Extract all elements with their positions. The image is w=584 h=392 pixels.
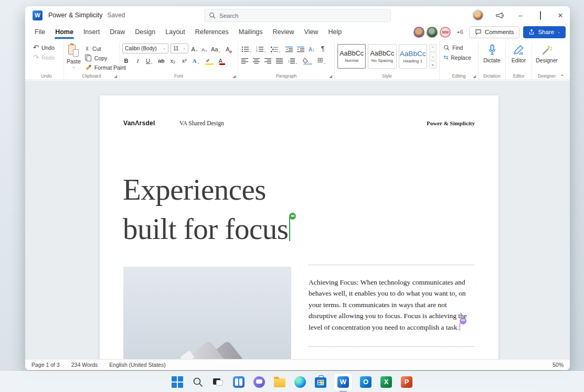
style-scroll-down[interactable]: ⌄ [429, 52, 437, 60]
share-button[interactable]: Share ⌄ [523, 26, 566, 38]
tab-home[interactable]: Home [54, 26, 75, 38]
taskbar-search-button[interactable] [191, 375, 205, 389]
document-heading[interactable]: Experiences built for focusMK [123, 170, 290, 248]
word-count[interactable]: 234 Words [71, 362, 98, 368]
show-formatting-button[interactable]: ¶ [319, 43, 327, 53]
page-indicator[interactable]: Page 1 of 3 [31, 362, 60, 368]
taskbar-excel-button[interactable]: X [379, 375, 393, 389]
tab-help[interactable]: Help [327, 26, 343, 38]
taskbar-edge-button[interactable] [293, 375, 307, 389]
language-indicator[interactable]: English (United States) [109, 362, 165, 368]
ribbon-group-dictation: Dictate Dictation [479, 41, 506, 80]
style-scroll-up[interactable]: ⌃ [429, 44, 437, 52]
font-color-button[interactable]: A ⌄ [218, 55, 226, 65]
underline-button[interactable]: U⌄ [145, 55, 154, 65]
document-canvas[interactable]: VanΛrsdel VA Shared Design Power & Simpl… [25, 81, 570, 359]
grow-font-button[interactable]: A˄ [190, 43, 198, 53]
collaborator-avatar-1[interactable] [413, 27, 424, 38]
borders-button[interactable]: ⊞⌄ [317, 55, 327, 65]
font-family-select[interactable]: Calibri (Body) ⌄ [122, 43, 168, 53]
multilevel-list-button[interactable]: ⌄ [270, 43, 282, 53]
save-status[interactable]: Saved [108, 12, 125, 19]
align-right-button[interactable] [264, 55, 272, 65]
tab-design[interactable]: Design [134, 26, 156, 38]
increase-indent-button[interactable] [296, 43, 305, 53]
taskbar-file-explorer-button[interactable] [273, 375, 286, 389]
document-image[interactable] [123, 267, 291, 359]
subscript-button[interactable]: x₂ [169, 55, 177, 65]
bullets-button[interactable]: ⌄ [241, 43, 252, 53]
tab-review[interactable]: Review [272, 26, 295, 38]
font-size-select[interactable]: 11 ⌄ [171, 43, 188, 53]
taskbar-task-view-button[interactable] [211, 375, 225, 389]
text-column[interactable]: Achieving Focus: When technology communi… [309, 265, 475, 347]
editor-button[interactable]: Editor [508, 42, 529, 63]
sort-button[interactable]: A↓ [308, 43, 316, 53]
line-spacing-button[interactable]: ↕ ⌄ [287, 55, 299, 65]
taskbar-outlook-button[interactable]: O [359, 375, 373, 389]
change-case-button[interactable]: Aa⌄ [210, 43, 221, 53]
replace-button[interactable]: ⇆ Replace [442, 52, 475, 62]
tab-view[interactable]: View [303, 26, 320, 38]
tab-layout[interactable]: Layout [164, 26, 186, 38]
body-paragraph[interactable]: Achieving Focus: When technology communi… [309, 277, 475, 333]
decrease-indent-button[interactable] [285, 43, 293, 53]
tab-draw[interactable]: Draw [109, 26, 126, 38]
document-page[interactable]: VanΛrsdel VA Shared Design Power & Simpl… [100, 95, 498, 359]
search-box[interactable] [204, 9, 391, 22]
taskbar-start-button[interactable] [171, 375, 184, 389]
maximize-button[interactable] [536, 12, 545, 19]
style-heading-1[interactable]: AaBbCc Heading 1 [399, 44, 427, 69]
collaborator-avatar-2[interactable] [427, 27, 438, 38]
comments-button[interactable]: Comments [469, 26, 520, 38]
highlight-button[interactable]: ⌄ [204, 55, 215, 65]
dictate-button[interactable]: Dictate [481, 42, 503, 63]
taskbar-word-button[interactable]: W [334, 374, 352, 390]
minimize-button[interactable]: – [516, 12, 525, 19]
clear-formatting-button[interactable]: A [224, 43, 231, 53]
find-button[interactable]: Find [442, 42, 475, 52]
tab-mailings[interactable]: Mailings [238, 26, 264, 38]
designer-button[interactable]: Designer [535, 42, 559, 63]
redo-button[interactable]: ↷ Redo [32, 52, 61, 62]
document-title[interactable]: Power & Simplicity [48, 12, 103, 19]
taskbar-powerpoint-button[interactable]: P [400, 375, 413, 389]
feedback-megaphone-icon[interactable] [495, 12, 505, 19]
search-input[interactable] [219, 13, 386, 19]
font-dialog-launcher[interactable]: ◢ [232, 74, 236, 79]
collaborator-avatar-3[interactable]: MM [440, 27, 451, 38]
bold-button[interactable]: B [122, 55, 130, 65]
collaborator-overflow[interactable]: +6 [456, 29, 463, 35]
align-center-button[interactable] [252, 55, 260, 65]
superscript-button[interactable]: x² [180, 55, 188, 65]
paste-button[interactable]: Paste ⌄ [67, 42, 81, 72]
editing-dialog-launcher[interactable]: ◢ [473, 74, 476, 79]
collapse-ribbon-button[interactable]: ⌄ [560, 71, 565, 78]
clipboard-group-label: Clipboard [64, 73, 119, 79]
text-effects-button[interactable]: A⌄ [192, 55, 200, 65]
tab-file[interactable]: File [34, 26, 46, 38]
taskbar-widgets-button[interactable] [232, 375, 246, 389]
italic-button[interactable]: I [134, 55, 142, 65]
taskbar-chat-button[interactable] [252, 375, 266, 389]
style-group-label: Style [335, 73, 439, 79]
close-button[interactable]: ✕ [556, 12, 565, 19]
justify-button[interactable] [275, 55, 283, 65]
style-normal[interactable]: AaBbCc Normal [337, 44, 366, 69]
user-avatar[interactable] [472, 9, 484, 21]
taskbar-store-button[interactable] [314, 375, 327, 389]
style-no-spacing[interactable]: AaBbCc No Spacing [368, 44, 396, 69]
undo-button[interactable]: ↶ Undo [32, 42, 61, 52]
tab-insert[interactable]: Insert [82, 26, 101, 38]
zoom-level[interactable]: 50% [553, 362, 564, 368]
paragraph-dialog-launcher[interactable]: ◢ [329, 74, 332, 79]
tab-references[interactable]: References [194, 26, 230, 38]
shading-button[interactable]: ⌄ [302, 55, 313, 65]
comment-icon [475, 29, 482, 35]
strikethrough-button[interactable]: ab [157, 55, 165, 65]
align-left-button[interactable] [241, 55, 249, 65]
style-gallery-expand[interactable]: ⌅ [429, 61, 437, 69]
clipboard-dialog-launcher[interactable]: ◢ [114, 74, 117, 79]
numbering-button[interactable]: 123 ⌄ [256, 43, 267, 53]
shrink-font-button[interactable]: A˅ [200, 43, 208, 53]
